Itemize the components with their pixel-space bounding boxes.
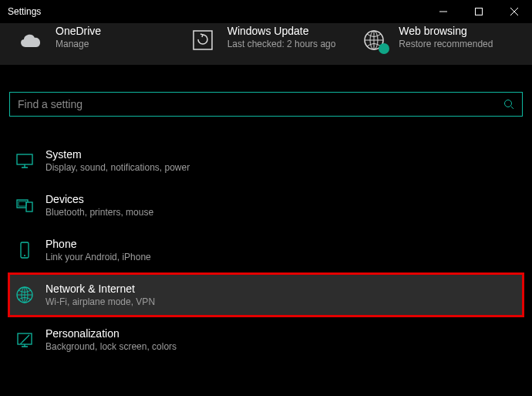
update-icon — [191, 29, 214, 52]
svg-rect-0 — [476, 8, 483, 15]
phone-icon — [15, 241, 34, 259]
web-browsing-card[interactable]: Web browsing Restore recommended — [359, 25, 517, 56]
onedrive-card[interactable]: OneDrive Manage — [15, 25, 173, 56]
status-dot-icon — [379, 43, 389, 54]
svg-rect-7 — [26, 202, 32, 212]
maximize-button[interactable] — [461, 0, 497, 23]
top-status-bar: OneDrive Manage Windows Update Last chec… — [0, 23, 532, 65]
svg-point-4 — [505, 100, 512, 107]
category-sub: Bluetooth, printers, mouse — [45, 207, 153, 218]
web-title: Web browsing — [399, 25, 493, 37]
close-icon — [510, 8, 518, 15]
personalization-icon — [15, 330, 34, 349]
category-sub: Link your Android, iPhone — [45, 252, 151, 262]
category-sub: Display, sound, notifications, power — [45, 162, 190, 173]
category-title: Devices — [45, 193, 153, 205]
svg-rect-1 — [194, 31, 212, 49]
onedrive-title: OneDrive — [56, 25, 101, 37]
svg-rect-8 — [19, 201, 26, 206]
update-sub: Last checked: 2 hours ago — [227, 39, 336, 51]
category-list: System Display, sound, notifications, po… — [8, 138, 524, 362]
network-icon — [15, 286, 34, 304]
window-title: Settings — [8, 6, 41, 17]
windows-update-card[interactable]: Windows Update Last checked: 2 hours ago — [187, 25, 345, 56]
window-controls — [426, 0, 532, 23]
search-box[interactable] — [9, 92, 523, 117]
search-input[interactable] — [18, 98, 503, 110]
titlebar: Settings — [0, 0, 532, 23]
category-title: System — [45, 148, 190, 161]
category-title: Personalization — [45, 327, 177, 340]
onedrive-sub: Manage — [56, 39, 101, 51]
svg-point-10 — [24, 255, 25, 256]
category-phone[interactable]: Phone Link your Android, iPhone — [8, 228, 524, 272]
category-devices[interactable]: Devices Bluetooth, printers, mouse — [8, 183, 524, 228]
update-title: Windows Update — [227, 25, 336, 37]
svg-rect-13 — [18, 333, 32, 344]
close-button[interactable] — [497, 0, 532, 23]
devices-icon — [15, 196, 34, 215]
minimize-icon — [439, 8, 447, 15]
category-sub: Wi-Fi, airplane mode, VPN — [45, 296, 155, 307]
main-content: System Display, sound, notifications, po… — [0, 65, 532, 362]
category-system[interactable]: System Display, sound, notifications, po… — [8, 138, 524, 183]
category-title: Phone — [45, 238, 151, 250]
category-title: Network & Internet — [45, 283, 155, 295]
system-icon — [15, 151, 34, 170]
category-network[interactable]: Network & Internet Wi-Fi, airplane mode,… — [8, 272, 524, 317]
minimize-button[interactable] — [426, 0, 461, 23]
search-icon — [503, 99, 514, 110]
category-sub: Background, lock screen, colors — [45, 341, 177, 352]
cloud-icon — [18, 32, 44, 49]
svg-rect-5 — [17, 154, 32, 164]
maximize-icon — [475, 8, 483, 15]
web-sub: Restore recommended — [399, 39, 493, 51]
category-personalization[interactable]: Personalization Background, lock screen,… — [8, 317, 524, 362]
